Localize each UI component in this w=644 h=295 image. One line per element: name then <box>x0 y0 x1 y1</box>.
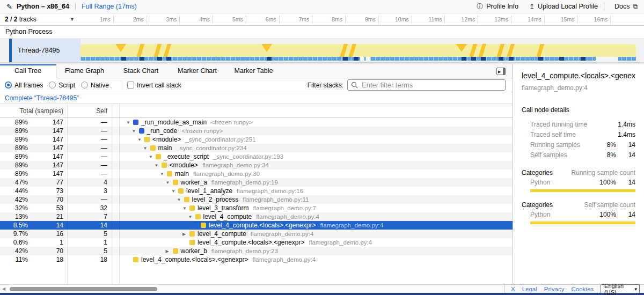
call-tree-row[interactable]: 47%774▼worker_aflamegraph_demo.py:19 <box>0 178 513 187</box>
scrollbar-thumb[interactable] <box>10 287 157 291</box>
marker-slash-icon[interactable] <box>136 44 145 57</box>
radio-native[interactable]: Native <box>81 82 109 89</box>
call-tree-row[interactable]: 89%147—▼_run_module_as_main<frozen runpy… <box>0 118 513 127</box>
footer-link-privacy[interactable]: Privacy <box>544 286 565 292</box>
call-tree-row[interactable]: 42%70—▼level_2_processflamegraph_demo.py… <box>0 195 513 204</box>
marker-slash-icon[interactable] <box>496 44 506 57</box>
self-samples: 4 <box>67 179 112 186</box>
marker-slash-icon[interactable] <box>348 44 357 57</box>
call-tree-row[interactable]: 89%147—▼_execute_script_sync_coordinator… <box>0 152 513 161</box>
profile-info-button[interactable]: ⓘ Profile Info <box>477 2 518 11</box>
marker-slash-icon[interactable] <box>340 44 349 57</box>
tab-marker-chart[interactable]: Marker Chart <box>169 64 225 78</box>
total-percent: 89% <box>0 144 28 152</box>
gc-marker-icon[interactable] <box>115 44 126 52</box>
category-percent: 100% <box>594 211 616 218</box>
language-select[interactable]: English (US)▾ <box>601 284 640 293</box>
marker-slash-icon[interactable] <box>163 44 172 57</box>
expand-arrow[interactable]: ▼ <box>155 163 162 168</box>
gc-marker-icon[interactable] <box>261 44 272 52</box>
marker-slash-icon[interactable] <box>469 44 478 57</box>
column-self[interactable]: Self <box>67 107 112 115</box>
total-percent: 9.7% <box>0 230 28 238</box>
tab-flame-graph[interactable]: Flame Graph <box>56 64 113 78</box>
expand-arrow[interactable]: ▼ <box>160 172 167 176</box>
search-input[interactable] <box>361 80 502 90</box>
expand-arrow[interactable]: ▶ <box>166 249 173 254</box>
expand-arrow[interactable]: ▼ <box>137 137 144 142</box>
footer-link-legal[interactable]: Legal <box>522 286 537 292</box>
expand-arrow[interactable]: ▼ <box>182 206 189 211</box>
call-tree-row[interactable]: 13%217▼level_4_computeflamegraph_demo.py… <box>0 212 513 221</box>
frame-cell: level_4_compute.<locals>.<genexpr>flameg… <box>119 256 513 263</box>
docs-link[interactable]: Docs ⧉ <box>614 3 638 10</box>
expand-arrow[interactable]: ▼ <box>171 189 178 194</box>
expand-arrow[interactable]: ▶ <box>182 232 189 237</box>
radio-all-frames[interactable]: All frames <box>5 82 43 89</box>
source-location: flamegraph_demo.py:34 <box>202 162 269 168</box>
sample-strip[interactable] <box>80 57 636 61</box>
self-samples: 32 <box>67 204 112 212</box>
total-percent: 0.6% <box>0 239 28 246</box>
call-tree-row[interactable]: 89%147—▼main_sync_coordinator.py:234 <box>0 144 513 152</box>
call-tree-row[interactable]: 8.5%1414level_4_compute.<locals>.<genexp… <box>0 221 513 230</box>
call-tree-row[interactable]: 89%147—▼_run_code<frozen runpy> <box>0 127 513 135</box>
call-tree-row[interactable]: 11%1818level_4_compute.<locals>.<genexpr… <box>0 255 513 264</box>
edit-profile-name-icon[interactable]: ✎ <box>6 3 12 11</box>
call-tree-row[interactable]: 89%147—▼mainflamegraph_demo.py:30 <box>0 169 513 178</box>
sample-segment <box>343 57 348 61</box>
source-location: _sync_coordinator.py:193 <box>213 153 283 160</box>
process-track-header[interactable]: Python Process <box>0 26 644 39</box>
marker-slash-icon[interactable] <box>153 44 162 57</box>
footer-link-cookies[interactable]: Cookies <box>572 286 594 292</box>
expand-arrow[interactable]: ▼ <box>132 129 139 134</box>
thread-track-label[interactable]: Thread-78495 <box>12 39 80 62</box>
call-tree-row[interactable]: 89%147—▼<module>_sync_coordinator.py:251 <box>0 135 513 144</box>
expand-arrow[interactable]: ▼ <box>166 180 173 185</box>
call-tree-row[interactable]: 42%705▶worker_bflamegraph_demo.py:23 <box>0 247 513 255</box>
upload-profile-button[interactable]: ↥ Upload Local Profile <box>529 3 598 10</box>
call-tree-row[interactable]: 32%5332▼level_3_transformflamegraph_demo… <box>0 204 513 212</box>
footer: XLegalPrivacyCookiesEnglish (US)▾ <box>504 284 644 293</box>
tab-marker-table[interactable]: Marker Table <box>225 64 282 78</box>
footer-link-x[interactable]: X <box>511 286 515 292</box>
call-tree-row[interactable]: 44%733▼level_1_analyzeflamegraph_demo.py… <box>0 187 513 195</box>
call-tree-row[interactable]: 9.7%165▶level_4_computeflamegraph_demo.p… <box>0 230 513 238</box>
call-tree-row[interactable]: 0.6%11level_4_compute.<locals>.<genexpr>… <box>0 238 513 247</box>
tab-stack-chart[interactable]: Stack Chart <box>113 64 169 78</box>
marker-slash-icon[interactable] <box>478 44 487 57</box>
call-tree-row[interactable]: 89%147—▼<module>flamegraph_demo.py:34 <box>0 161 513 169</box>
total-samples: 147 <box>28 144 67 152</box>
language-value: English (US) <box>604 283 626 295</box>
full-range-breadcrumb[interactable]: Full Range (17ms) <box>82 3 137 10</box>
marker-slash-icon[interactable] <box>536 44 545 57</box>
radio-script[interactable]: Script <box>49 82 75 89</box>
category-square-icon <box>133 120 138 125</box>
tracks-dropdown[interactable]: 2 / 2 tracks ▼ <box>0 13 80 25</box>
marker-band[interactable] <box>80 44 636 57</box>
expand-arrow[interactable]: ▼ <box>149 154 156 159</box>
sidebar-toggle-button[interactable]: ▶ <box>496 68 506 75</box>
expand-arrow[interactable]: ▼ <box>188 215 195 219</box>
scroll-left-icon[interactable]: ◀ <box>2 286 5 291</box>
expand-arrow[interactable]: ▼ <box>126 120 133 125</box>
function-name: level_4_compute.<locals>.<genexpr> <box>197 239 304 246</box>
tab-call-tree[interactable]: Call Tree <box>0 64 56 78</box>
total-samples: 18 <box>28 256 67 263</box>
expand-arrow[interactable]: ▼ <box>143 146 150 151</box>
self-samples: 1 <box>67 239 112 246</box>
self-samples: — <box>67 196 112 203</box>
total-samples: 77 <box>28 179 67 186</box>
self-samples: — <box>67 153 112 160</box>
expand-arrow[interactable]: ▼ <box>177 197 184 202</box>
total-samples: 147 <box>28 119 67 126</box>
committed-range-link[interactable]: Complete “Thread-78495” <box>5 94 79 102</box>
gc-marker-icon[interactable] <box>456 44 467 52</box>
invert-call-stack-checkbox[interactable]: Invert call stack <box>127 82 181 89</box>
marker-slash-icon[interactable] <box>506 44 515 57</box>
horizontal-scrollbar[interactable]: ◀ <box>0 284 504 293</box>
detail-percent: 8% <box>594 141 616 149</box>
category-name: Python <box>522 211 594 218</box>
thread-track-visualization[interactable] <box>80 39 636 62</box>
column-total[interactable]: Total (samples) <box>0 107 67 115</box>
